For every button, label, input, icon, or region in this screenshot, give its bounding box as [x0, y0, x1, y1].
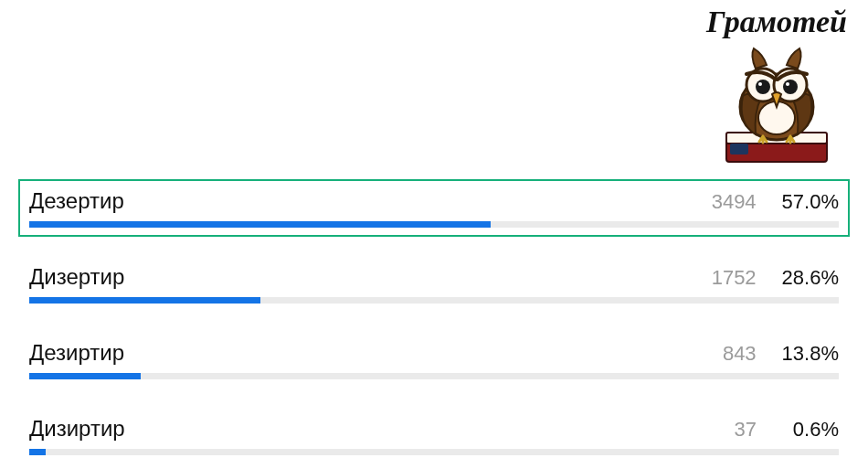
svg-point-8 — [783, 80, 798, 94]
svg-rect-2 — [730, 144, 748, 154]
progress-fill — [29, 373, 141, 379]
option-count: 843 — [723, 342, 757, 366]
option-percent: 0.6% — [782, 418, 839, 442]
option-1[interactable]: Дезертир 3494 57.0% — [18, 179, 850, 237]
poll-options: Дезертир 3494 57.0% Дизертир 1752 28.6% … — [18, 179, 850, 458]
brand-header: Грамотей — [694, 5, 859, 173]
progress-track — [29, 297, 839, 304]
option-numbers: 1752 28.6% — [712, 266, 839, 290]
option-percent: 13.8% — [782, 342, 839, 366]
option-row: Дезиртир 843 13.8% — [29, 340, 839, 366]
option-4[interactable]: Дизиртир 37 0.6% — [18, 407, 850, 458]
option-numbers: 37 0.6% — [735, 418, 839, 442]
option-2[interactable]: Дизертир 1752 28.6% — [18, 255, 850, 313]
option-count: 37 — [735, 418, 757, 442]
option-3[interactable]: Дезиртир 843 13.8% — [18, 331, 850, 389]
svg-point-9 — [758, 82, 762, 86]
option-label: Дизиртир — [29, 416, 125, 442]
progress-fill — [29, 221, 491, 228]
owl-on-book-icon — [717, 41, 836, 173]
svg-point-7 — [756, 80, 770, 94]
option-row: Дизиртир 37 0.6% — [29, 416, 839, 442]
option-row: Дезертир 3494 57.0% — [29, 188, 839, 214]
svg-point-10 — [786, 82, 789, 86]
option-row: Дизертир 1752 28.6% — [29, 264, 839, 290]
option-label: Дизертир — [29, 264, 124, 290]
option-label: Дезиртир — [29, 340, 124, 366]
progress-track — [29, 221, 839, 228]
option-numbers: 843 13.8% — [723, 342, 839, 366]
progress-fill — [29, 449, 46, 455]
option-count: 1752 — [712, 266, 757, 290]
brand-title: Грамотей — [694, 5, 859, 39]
option-numbers: 3494 57.0% — [712, 190, 839, 214]
progress-fill — [29, 297, 260, 304]
option-label: Дезертир — [29, 188, 124, 214]
option-percent: 57.0% — [782, 190, 839, 214]
option-percent: 28.6% — [782, 266, 839, 290]
progress-track — [29, 373, 839, 379]
progress-track — [29, 449, 839, 455]
option-count: 3494 — [712, 190, 757, 214]
